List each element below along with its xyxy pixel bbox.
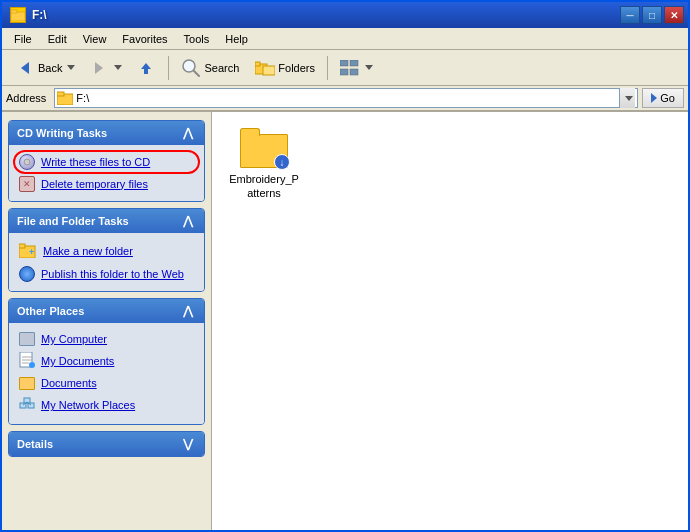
publish-web-icon [19,266,35,282]
window-title: F:\ [32,8,47,22]
menu-bar: File Edit View Favorites Tools Help [2,28,688,50]
minimize-button[interactable]: ─ [620,6,640,24]
my-computer-label: My Computer [41,332,107,346]
my-network-item[interactable]: My Network Places [15,394,198,418]
back-label: Back [38,62,62,74]
write-cd-item[interactable]: Write these files to CD [15,151,198,173]
cd-tasks-body: Write these files to CD ✕ Delete tempora… [9,145,204,201]
other-places-title: Other Places [17,305,84,317]
folders-label: Folders [278,62,315,74]
documents-item[interactable]: Documents [15,373,198,393]
menu-file[interactable]: File [6,31,40,47]
forward-icon [89,58,109,78]
publish-web-item[interactable]: Publish this folder to the Web [15,263,198,285]
other-places-body: My Computer My Documents [9,323,204,424]
folder-download-badge: ↓ [274,154,290,170]
folder-icon-embroidery: ↓ [240,128,288,168]
views-button[interactable] [333,53,380,83]
file-folder-tasks-collapse[interactable]: ⋀ [180,213,196,229]
back-button[interactable]: Back [6,53,82,83]
window-icon [10,7,26,23]
delete-temp-label: Delete temporary files [41,177,148,191]
svg-rect-12 [350,69,358,75]
new-folder-label: Make a new folder [43,244,133,258]
my-computer-item[interactable]: My Computer [15,329,198,349]
go-label: Go [660,92,675,104]
views-dropdown-arrow [365,65,373,70]
menu-favorites[interactable]: Favorites [114,31,175,47]
my-documents-icon [19,352,35,370]
details-collapse[interactable]: ⋁ [180,436,196,452]
svg-rect-9 [340,60,348,66]
other-places-panel: Other Places ⋀ My Computer [8,298,205,425]
delete-temp-icon: ✕ [19,176,35,192]
up-button[interactable] [129,53,163,83]
my-computer-icon [19,332,35,346]
toolbar-separator-1 [168,56,169,80]
cd-tasks-collapse[interactable]: ⋀ [180,125,196,141]
svg-text:+: + [29,247,34,257]
address-input-wrap[interactable]: F:\ [54,88,638,108]
file-folder-tasks-body: + Make a new folder Publish this folder … [9,233,204,291]
svg-rect-10 [350,60,358,66]
address-dropdown-arrow [625,96,633,101]
other-places-collapse[interactable]: ⋀ [180,303,196,319]
svg-point-4 [183,60,195,72]
svg-point-22 [29,362,35,368]
go-button[interactable]: Go [642,88,684,108]
file-folder-tasks-title: File and Folder Tasks [17,215,129,227]
back-icon [15,58,35,78]
documents-label: Documents [41,376,97,390]
explorer-window: F:\ ─ □ ✕ File Edit View Favorites Tools… [0,0,690,532]
svg-rect-16 [19,244,25,248]
folders-button[interactable]: Folders [248,53,322,83]
my-documents-label: My Documents [41,354,114,368]
menu-help[interactable]: Help [217,31,256,47]
forward-button[interactable] [84,53,127,83]
address-bar: Address F:\ Go [2,86,688,112]
cd-tasks-panel: CD Writing Tasks ⋀ Write these files to … [8,120,205,202]
maximize-button[interactable]: □ [642,6,662,24]
file-folder-tasks-panel: File and Folder Tasks ⋀ + Make a new fol… [8,208,205,292]
write-cd-icon [19,154,35,170]
svg-rect-1 [11,10,17,13]
new-folder-icon: + [19,242,37,260]
svg-rect-7 [255,62,260,66]
my-documents-item[interactable]: My Documents [15,349,198,373]
content-area[interactable]: ↓ Embroidery_Patterns [212,112,688,530]
back-dropdown-arrow [67,65,75,70]
cd-tasks-header[interactable]: CD Writing Tasks ⋀ [9,121,204,145]
my-network-label: My Network Places [41,398,135,412]
search-icon [181,58,201,78]
svg-rect-14 [57,92,64,96]
go-arrow-icon [651,93,657,103]
address-label: Address [6,92,50,104]
title-bar-left: F:\ [10,7,47,23]
new-folder-item[interactable]: + Make a new folder [15,239,198,263]
folders-icon [255,58,275,78]
folder-tab [240,128,260,136]
file-folder-tasks-header[interactable]: File and Folder Tasks ⋀ [9,209,204,233]
title-bar: F:\ ─ □ ✕ [2,2,688,28]
search-button[interactable]: Search [174,53,246,83]
menu-edit[interactable]: Edit [40,31,75,47]
views-icon [340,58,360,78]
other-places-header[interactable]: Other Places ⋀ [9,299,204,323]
svg-line-5 [194,71,199,76]
documents-icon [19,377,35,390]
toolbar-separator-2 [327,56,328,80]
close-button[interactable]: ✕ [664,6,684,24]
address-value: F:\ [76,92,619,104]
cd-tasks-title: CD Writing Tasks [17,127,107,139]
folder-item-embroidery[interactable]: ↓ Embroidery_Patterns [224,124,304,205]
menu-view[interactable]: View [75,31,115,47]
svg-rect-3 [144,69,148,74]
write-cd-label: Write these files to CD [41,155,150,169]
details-header[interactable]: Details ⋁ [9,432,204,456]
fwd-dropdown-arrow [114,65,122,70]
address-dropdown[interactable] [619,88,635,108]
menu-tools[interactable]: Tools [176,31,218,47]
sidebar: CD Writing Tasks ⋀ Write these files to … [2,112,212,530]
delete-temp-item[interactable]: ✕ Delete temporary files [15,173,198,195]
details-panel: Details ⋁ [8,431,205,457]
